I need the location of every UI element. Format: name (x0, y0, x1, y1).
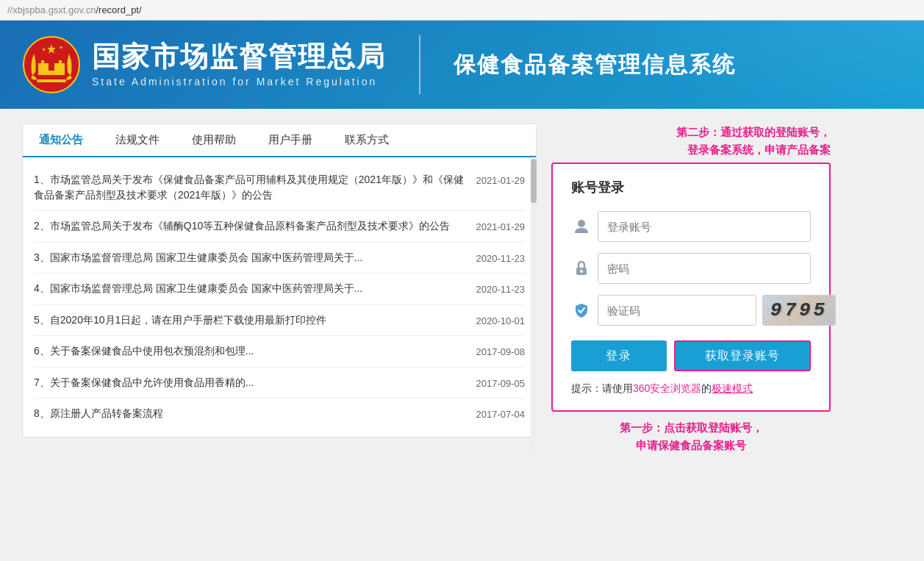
lock-icon (571, 258, 592, 279)
notice-date: 2020-10-01 (476, 314, 526, 329)
list-item[interactable]: 2、市场监管总局关于发布《辅酶Q10等五种保健食品原料备案产品剂型及技术要求》的… (34, 211, 525, 243)
annotation-top: 第二步：通过获取的登陆账号，登录备案系统，申请产品备案 (551, 124, 831, 159)
captcha-field: 9795 (571, 295, 811, 326)
captcha-input[interactable] (598, 295, 756, 326)
notice-date: 2021-01-29 (476, 174, 526, 188)
list-item[interactable]: 7、关于备案保健食品中允许使用食品用香精的... 2017-09-05 (34, 368, 525, 399)
url-black: /record_pt/ (96, 4, 141, 15)
register-button[interactable]: 获取登录账号 (674, 340, 811, 371)
address-bar: //xbjspba.gsxt.gov.cn/record_pt/ (0, 0, 924, 21)
username-field (571, 211, 811, 242)
login-buttons: 登录 获取登录账号 (571, 340, 811, 371)
tab-notice[interactable]: 通知公告 (23, 124, 99, 157)
user-icon (571, 216, 592, 237)
notice-date: 2017-09-05 (476, 376, 526, 391)
right-panel: 第二步：通过获取的登陆账号，登录备案系统，申请产品备案 账号登录 (551, 124, 831, 454)
login-title: 账号登录 (571, 179, 811, 196)
notice-text: 4、国家市场监督管理总局 国家卫生健康委员会 国家中医药管理局关于... (34, 281, 469, 296)
list-item[interactable]: 4、国家市场监督管理总局 国家卫生健康委员会 国家中医药管理局关于... 202… (34, 274, 525, 305)
national-emblem (22, 35, 81, 94)
tip-text: 提示：请使用360安全浏览器的极速模式 (571, 382, 811, 396)
list-item[interactable]: 6、关于备案保健食品中使用包衣预混剂和包理... 2017-09-08 (34, 336, 525, 368)
notice-date: 2020-11-23 (476, 251, 526, 266)
org-name-cn: 国家市场监督管理总局 (92, 42, 386, 73)
login-button[interactable]: 登录 (571, 340, 667, 371)
password-input[interactable] (598, 253, 811, 284)
notice-text: 7、关于备案保健食品中允许使用食品用香精的... (34, 375, 469, 390)
notice-list: 1、市场监管总局关于发布《保健食品备案产品可用辅料及其使用规定（2021年版）》… (23, 157, 536, 437)
notice-date: 2020-11-23 (476, 282, 526, 297)
main-content: 通知公告 法规文件 使用帮助 用户手册 联系方式 1、市场监管总局关于发布《保健… (0, 109, 924, 469)
scrollbar-track[interactable] (531, 159, 537, 454)
tab-manual[interactable]: 用户手册 (252, 124, 329, 157)
tip-mode-link[interactable]: 极速模式 (712, 382, 753, 394)
list-item[interactable]: 3、国家市场监督管理总局 国家卫生健康委员会 国家中医药管理局关于... 202… (34, 243, 525, 274)
org-name-block: 国家市场监督管理总局 State Administration for Mark… (92, 42, 386, 87)
system-name: 保健食品备案管理信息系统 (454, 50, 736, 80)
list-item[interactable]: 8、原注册人产品转备案流程 2017-07-04 (34, 399, 525, 429)
captcha-image[interactable]: 9795 (762, 295, 836, 326)
notice-text: 6、关于备案保健食品中使用包衣预混剂和包理... (34, 343, 469, 359)
tab-regulation[interactable]: 法规文件 (99, 124, 176, 157)
tip-middle: 的 (701, 382, 712, 394)
header: 国家市场监督管理总局 State Administration for Mark… (0, 21, 924, 109)
list-item[interactable]: 5、自2020年10月1日起，请在用户手册栏下载使用最新打印控件 2020-10… (34, 305, 525, 337)
svg-rect-9 (37, 79, 66, 82)
username-input[interactable] (598, 211, 811, 242)
tip-prefix: 提示：请使用 (571, 382, 633, 394)
notice-text: 2、市场监管总局关于发布《辅酶Q10等五种保健食品原料备案产品剂型及技术要求》的… (34, 218, 469, 234)
logo-area: 国家市场监督管理总局 State Administration for Mark… (22, 35, 736, 94)
notice-text: 5、自2020年10月1日起，请在用户手册栏下载使用最新打印控件 (34, 312, 469, 328)
svg-rect-4 (49, 60, 54, 71)
shield-icon (571, 300, 592, 321)
org-name-en: State Administration for Market Regulati… (92, 76, 386, 87)
notice-date: 2017-07-04 (476, 407, 526, 422)
scrollbar-thumb[interactable] (531, 159, 537, 203)
notice-date: 2017-09-08 (476, 345, 526, 360)
tabs: 通知公告 法规文件 使用帮助 用户手册 联系方式 (23, 124, 536, 157)
svg-rect-3 (41, 60, 44, 66)
notice-text: 1、市场监管总局关于发布《保健食品备案产品可用辅料及其使用规定（2021年版）》… (34, 172, 469, 203)
tip-browser-link[interactable]: 360安全浏览器 (633, 382, 701, 394)
header-divider (419, 35, 420, 94)
notice-text: 3、国家市场监督管理总局 国家卫生健康委员会 国家中医药管理局关于... (34, 250, 469, 265)
notice-text: 8、原注册人产品转备案流程 (34, 406, 469, 421)
tab-contact[interactable]: 联系方式 (329, 124, 405, 157)
annotation-bottom: 第一步：点击获取登陆账号，申请保健食品备案账号 (551, 419, 831, 454)
svg-point-10 (578, 220, 585, 227)
password-field (571, 253, 811, 284)
list-item[interactable]: 1、市场监管总局关于发布《保健食品备案产品可用辅料及其使用规定（2021年版）》… (34, 165, 525, 211)
login-box: 账号登录 (551, 162, 831, 412)
left-panel: 通知公告 法规文件 使用帮助 用户手册 联系方式 1、市场监管总局关于发布《保健… (22, 124, 537, 437)
svg-rect-5 (59, 60, 62, 66)
url-gray: //xbjspba.gsxt.gov.cn (7, 4, 96, 15)
notice-date: 2021-01-29 (476, 220, 526, 235)
tab-help[interactable]: 使用帮助 (176, 124, 252, 157)
svg-point-12 (580, 270, 583, 273)
